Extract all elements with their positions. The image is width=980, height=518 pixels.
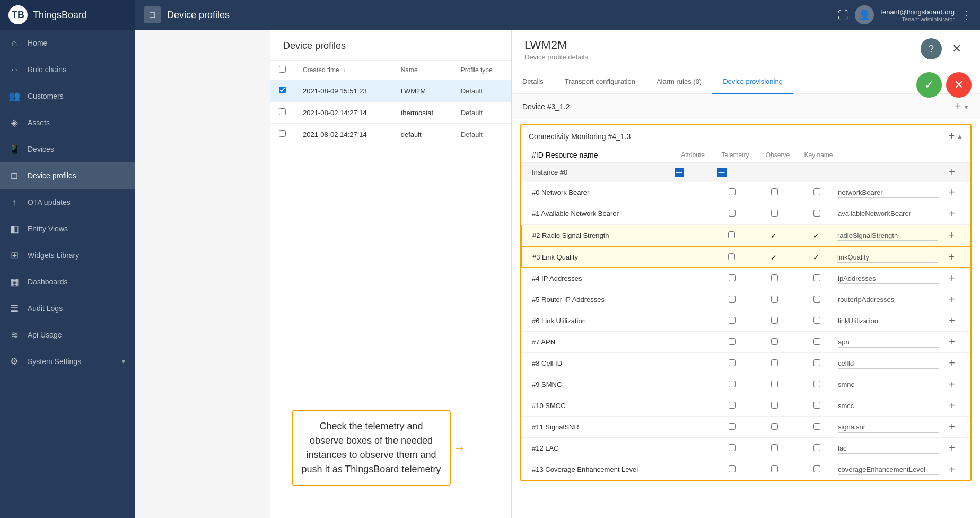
resource-attr-col[interactable]	[711, 210, 753, 218]
device-section-header[interactable]: Device #3_1.2 +	[512, 94, 980, 119]
resource-tel-col[interactable]	[753, 188, 795, 197]
sidebar-item-audit-logs[interactable]: ☰ Audit Logs	[0, 295, 135, 322]
resource-plus-button[interactable]: +	[947, 315, 957, 327]
instance-tel-toggle[interactable]: —	[717, 168, 759, 177]
resource-obs-col[interactable]: ✓	[795, 231, 837, 240]
resource-add-col[interactable]: +	[944, 293, 960, 306]
resource-plus-button[interactable]: +	[946, 251, 957, 263]
resource-plus-button[interactable]: +	[947, 400, 957, 412]
sidebar-item-assets[interactable]: ◈ Assets	[0, 109, 135, 136]
resource-plus-button[interactable]: +	[947, 208, 957, 220]
key-name-input[interactable]	[838, 273, 939, 284]
observe-checkbox[interactable]	[813, 338, 820, 345]
resource-add-col[interactable]: +	[944, 442, 960, 454]
table-row[interactable]: 2021-08-09 15:51:23 LWM2M Default	[270, 80, 511, 102]
resource-obs-col[interactable]: ✓	[795, 253, 837, 262]
resource-attr-col[interactable]	[711, 381, 753, 389]
observe-checkbox[interactable]	[813, 423, 820, 430]
resource-attr-col[interactable]	[711, 338, 753, 347]
attribute-checkbox[interactable]	[728, 253, 735, 260]
observe-checkbox[interactable]	[813, 444, 820, 451]
tab-device-provisioning[interactable]: Device provisioning	[712, 70, 793, 94]
key-name-input[interactable]	[838, 422, 939, 433]
resource-attr-col[interactable]	[711, 188, 753, 197]
resource-attr-col[interactable]	[711, 296, 753, 304]
sidebar-item-entity-views[interactable]: ◧ Entity Views	[0, 215, 135, 242]
resource-tel-col[interactable]	[753, 296, 795, 304]
close-detail-button[interactable]: ✕	[946, 38, 967, 59]
attribute-checkbox[interactable]	[729, 465, 736, 472]
resource-obs-col[interactable]	[795, 359, 838, 368]
resource-obs-col[interactable]	[795, 423, 838, 431]
resource-attr-col[interactable]	[711, 423, 753, 431]
telemetry-checkbox[interactable]	[771, 402, 778, 409]
resource-tel-col[interactable]	[753, 444, 795, 453]
expand-icon[interactable]: ⛶	[838, 9, 848, 21]
attribute-checkbox[interactable]	[728, 231, 735, 238]
help-button[interactable]: ?	[921, 38, 942, 59]
instance-add-button[interactable]: +	[944, 166, 960, 178]
telemetry-checkbox[interactable]	[771, 338, 778, 345]
key-name-input[interactable]	[838, 358, 939, 369]
attribute-checkbox[interactable]	[729, 210, 736, 217]
resource-obs-col[interactable]	[795, 381, 838, 389]
resource-plus-button[interactable]: +	[947, 186, 957, 198]
instance-attr-toggle[interactable]: —	[675, 168, 717, 177]
sidebar-item-dashboards[interactable]: ▦ Dashboards	[0, 269, 135, 295]
resource-add-col[interactable]: +	[944, 357, 960, 369]
resource-plus-button[interactable]: +	[947, 421, 957, 433]
resource-plus-button[interactable]: +	[946, 229, 957, 241]
observe-checkbox[interactable]	[813, 296, 820, 303]
tab-alarm-rules[interactable]: Alarm rules (0)	[646, 70, 712, 94]
resource-plus-button[interactable]: +	[947, 272, 957, 284]
resource-attr-col[interactable]	[710, 253, 752, 262]
key-name-input[interactable]	[838, 187, 939, 198]
resource-obs-col[interactable]	[795, 317, 838, 325]
telemetry-checkbox[interactable]	[771, 381, 778, 387]
connectivity-collapse-icon[interactable]: ▲	[957, 133, 963, 140]
observe-checkbox[interactable]	[813, 465, 820, 472]
key-name-input[interactable]	[837, 230, 938, 241]
resource-plus-button[interactable]: +	[947, 463, 957, 476]
resource-add-col[interactable]: +	[944, 463, 960, 476]
key-name-input[interactable]	[838, 464, 939, 475]
key-name-input[interactable]	[838, 316, 939, 326]
user-avatar[interactable]: 👤	[855, 5, 874, 24]
table-row[interactable]: 2021-08-02 14:27:14 default Default	[270, 124, 511, 145]
select-all-checkbox[interactable]	[279, 66, 286, 73]
resource-tel-col[interactable]: ✓	[752, 253, 795, 262]
resource-attr-col[interactable]	[711, 402, 753, 410]
instance-tel-checkbox-blue[interactable]: —	[717, 168, 727, 177]
observe-checkbox[interactable]	[813, 188, 820, 195]
resource-add-col[interactable]: +	[944, 336, 960, 348]
resource-add-col[interactable]: +	[944, 315, 960, 327]
sidebar-item-home[interactable]: ⌂ Home	[0, 30, 135, 56]
resource-tel-col[interactable]	[753, 381, 795, 389]
resource-tel-col[interactable]	[753, 423, 795, 431]
resource-obs-col[interactable]	[795, 210, 838, 218]
attribute-checkbox[interactable]	[729, 402, 736, 409]
attribute-checkbox[interactable]	[729, 423, 736, 430]
resource-plus-button[interactable]: +	[947, 378, 957, 391]
telemetry-checkbox[interactable]	[771, 274, 778, 281]
attribute-checkbox[interactable]	[729, 444, 736, 451]
save-button[interactable]: ✓	[916, 72, 942, 98]
sidebar-item-system-settings[interactable]: ⚙ System Settings ▼	[0, 348, 135, 375]
resource-add-col[interactable]: +	[944, 186, 960, 198]
sidebar-item-device-profiles[interactable]: □ Device profiles	[0, 162, 135, 189]
cancel-button[interactable]: ✕	[946, 72, 972, 98]
resource-attr-col[interactable]	[711, 359, 753, 368]
telemetry-checkbox[interactable]	[771, 359, 778, 366]
key-name-input[interactable]	[838, 443, 939, 454]
resource-attr-col[interactable]	[711, 444, 753, 453]
resource-tel-col[interactable]	[753, 359, 795, 368]
resource-obs-col[interactable]	[795, 444, 838, 453]
row-checkbox[interactable]	[279, 130, 286, 137]
resource-tel-col[interactable]	[753, 274, 795, 283]
row-checkbox[interactable]	[279, 108, 286, 115]
resource-obs-col[interactable]	[795, 188, 838, 197]
attribute-checkbox[interactable]	[729, 296, 736, 303]
device-section-expand-icon[interactable]	[963, 102, 969, 111]
resource-tel-col[interactable]	[753, 317, 795, 325]
resource-attr-col[interactable]	[711, 465, 753, 474]
